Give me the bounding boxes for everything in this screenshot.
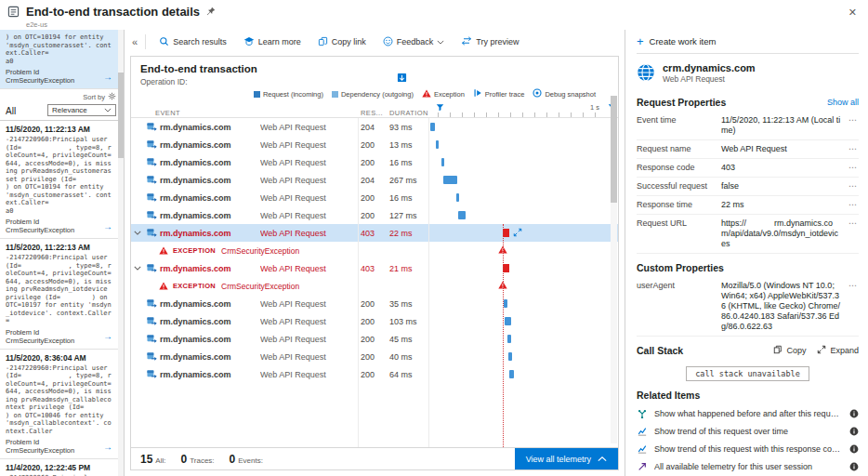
chevron-down-icon[interactable] bbox=[131, 266, 143, 271]
close-icon[interactable]: ✕ bbox=[848, 7, 857, 19]
timeline-bar[interactable] bbox=[505, 317, 511, 325]
toolbar-feedback[interactable]: Feedback bbox=[375, 33, 453, 51]
timeline-bar[interactable] bbox=[443, 176, 457, 184]
more-options-icon[interactable]: ⋯ bbox=[847, 115, 859, 125]
dependency-icon bbox=[143, 192, 160, 203]
open-detail-arrow[interactable]: → bbox=[103, 221, 112, 231]
timeline-bar[interactable] bbox=[458, 211, 466, 219]
column-result[interactable]: RES... bbox=[358, 109, 386, 117]
more-options-icon[interactable]: ⋯ bbox=[847, 200, 859, 209]
open-detail-arrow[interactable]: → bbox=[103, 331, 112, 341]
pin-icon[interactable] bbox=[206, 7, 216, 18]
sidebar-scrollbar-thumb[interactable] bbox=[118, 73, 124, 158]
table-row[interactable]: rm.dynamics.com Web API Request 200 45 m… bbox=[131, 330, 618, 348]
property-value: 22 ms bbox=[721, 200, 842, 210]
related-item-show-what-happened-before-and-after-this[interactable]: Show what happened before and after this… bbox=[637, 404, 859, 422]
timeline-bar[interactable] bbox=[504, 299, 506, 308]
legend-profiler-trace: Profiler trace bbox=[473, 88, 525, 99]
toolbar-try-preview[interactable]: Try preview bbox=[454, 33, 526, 50]
column-event[interactable]: EVENT bbox=[131, 109, 358, 117]
sidebar-scrollbar[interactable] bbox=[118, 30, 124, 476]
property-value: 403 bbox=[721, 163, 842, 173]
toolbar-copy-link[interactable]: Copy link bbox=[310, 33, 374, 51]
app-type: Web API Request bbox=[663, 74, 756, 84]
timeline-bar[interactable] bbox=[507, 335, 511, 343]
property-label: userAgent bbox=[637, 281, 717, 290]
open-detail-arrow[interactable]: → bbox=[103, 442, 112, 452]
page-title: End-to-end transaction details bbox=[26, 5, 200, 19]
list-item[interactable]: 11/5/2020, 8:36:04 AM -2147220960:Princi… bbox=[0, 350, 124, 460]
expand-call-stack-button[interactable]: Expand bbox=[817, 345, 859, 356]
table-row[interactable]: rm.dynamics.com Web API Request 204 267 … bbox=[131, 171, 618, 189]
list-item[interactable]: 11/4/2020, 12:22:45 PM -2147220960:Princ… bbox=[0, 459, 124, 476]
related-items-list: Show what happened before and after this… bbox=[637, 404, 859, 476]
error-marker[interactable] bbox=[503, 264, 509, 272]
table-row[interactable]: rm.dynamics.com Web API Request 200 35 m… bbox=[131, 295, 618, 312]
more-options-icon[interactable]: ⋯ bbox=[847, 163, 859, 172]
table-row[interactable]: rm.dynamics.com Web API Request 200 103 … bbox=[131, 312, 618, 330]
result-code: 200 bbox=[358, 193, 386, 203]
more-options-icon[interactable]: ⋯ bbox=[847, 281, 859, 290]
exception-row[interactable]: EXCEPTION CrmSecurityException bbox=[131, 242, 618, 259]
related-item-show-trend-of-this-request-over-time[interactable]: Show trend of this request over time bbox=[637, 422, 859, 440]
table-row[interactable]: rm.dynamics.com Web API Request 403 21 m… bbox=[131, 259, 618, 277]
timeline-bar[interactable] bbox=[509, 370, 514, 378]
table-row[interactable]: rm.dynamics.com Web API Request 200 13 m… bbox=[131, 136, 618, 153]
table-row[interactable]: rm.dynamics.com Web API Request 403 22 m… bbox=[131, 224, 618, 242]
info-icon[interactable] bbox=[849, 409, 859, 418]
collapse-sidebar-button[interactable]: « bbox=[130, 34, 146, 49]
timeline-bar[interactable] bbox=[436, 140, 439, 149]
panel-scrollbar[interactable] bbox=[611, 96, 617, 443]
result-code: 200 bbox=[358, 335, 386, 344]
timeline-bar[interactable] bbox=[441, 158, 444, 166]
chevron-down-icon[interactable] bbox=[131, 231, 143, 235]
list-item[interactable]: 11/5/2020, 11:22:13 AM -2147220960:Princ… bbox=[0, 239, 124, 350]
info-icon[interactable] bbox=[849, 427, 859, 436]
table-row[interactable]: rm.dynamics.com Web API Request 200 16 m… bbox=[131, 153, 618, 171]
error-marker[interactable] bbox=[503, 229, 509, 237]
table-row[interactable]: rm.dynamics.com Web API Request 200 127 … bbox=[131, 206, 618, 224]
table-row[interactable]: rm.dynamics.com Web API Request 204 93 m… bbox=[131, 118, 618, 136]
open-detail-arrow[interactable]: → bbox=[103, 72, 112, 82]
info-icon[interactable] bbox=[849, 444, 859, 454]
dependency-icon bbox=[143, 263, 160, 273]
table-row[interactable]: rm.dynamics.com Web API Request 200 64 m… bbox=[131, 365, 618, 383]
table-row[interactable]: rm.dynamics.com Web API Request 200 16 m… bbox=[131, 189, 618, 206]
table-row[interactable]: rm.dynamics.com Web API Request 200 40 m… bbox=[131, 348, 618, 365]
timeline-bar[interactable] bbox=[456, 193, 459, 202]
related-item-show-trend-of-this-request-with-this-res[interactable]: Show trend of this request with this res… bbox=[637, 440, 859, 457]
property-value: 11/5/2020, 11:22:13 AM (Local time) bbox=[721, 115, 842, 136]
toolbar-learn-more[interactable]: Learn more bbox=[236, 33, 309, 51]
related-items-title: Related Items bbox=[637, 390, 700, 401]
app-window: End-to-end transaction details e2e-us ✕ … bbox=[0, 0, 868, 476]
column-divider bbox=[428, 118, 429, 447]
property-value: https:// rm.dynamics.com/api/data/v9.0/m… bbox=[721, 218, 842, 249]
toolbar-search-results[interactable]: Search results bbox=[151, 33, 234, 51]
event-source: rm.dynamics.com bbox=[160, 264, 260, 273]
gear-icon[interactable] bbox=[108, 92, 116, 102]
info-icon[interactable] bbox=[849, 462, 859, 471]
view-all-telemetry-button[interactable]: View all telemetry bbox=[515, 448, 618, 469]
snapshot-icon bbox=[533, 88, 542, 99]
more-options-icon[interactable]: ⋯ bbox=[847, 218, 859, 228]
list-item[interactable]: 11/5/2020, 11:22:13 AM -2147220960:Princ… bbox=[0, 121, 124, 239]
exception-row[interactable]: EXCEPTION CrmSecurityException bbox=[131, 277, 618, 295]
dependency-icon bbox=[143, 122, 160, 132]
panel-scrollbar-thumb[interactable] bbox=[611, 96, 617, 203]
expand-row-icon[interactable] bbox=[513, 228, 522, 237]
more-options-icon[interactable]: ⋯ bbox=[847, 144, 859, 153]
all-filter[interactable]: All bbox=[6, 106, 16, 116]
event-name: Web API Request bbox=[260, 176, 358, 185]
timeline-bar[interactable] bbox=[508, 352, 511, 361]
more-options-icon[interactable]: ⋯ bbox=[847, 181, 859, 191]
pin-to-dashboard-icon[interactable] bbox=[397, 73, 407, 85]
sort-select[interactable]: Relevance bbox=[47, 104, 116, 116]
column-duration[interactable]: DURATION bbox=[386, 109, 428, 117]
copy-call-stack-button[interactable]: Copy bbox=[773, 345, 806, 356]
timeline-bar[interactable] bbox=[430, 123, 435, 131]
result-timestamp: 11/5/2020, 11:22:13 AM bbox=[6, 243, 112, 252]
result-entry-selected[interactable]: ) on OTC=10194 for entity 'msdyn_custome… bbox=[0, 30, 124, 89]
create-work-item-button[interactable]: + Create work item bbox=[637, 30, 859, 54]
show-all-link[interactable]: Show all bbox=[827, 98, 859, 107]
related-item-all-available-telemetry-for-this-user-se[interactable]: All available telemetry for this user se… bbox=[637, 457, 859, 475]
